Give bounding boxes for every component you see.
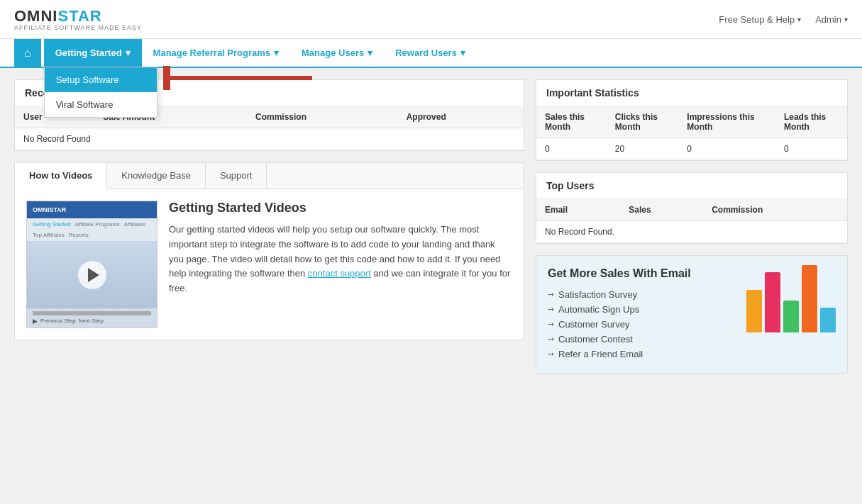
- promo-title: Get More Sales With Email: [548, 267, 739, 280]
- viral-software-item[interactable]: Viral Software: [45, 92, 157, 117]
- play-icon: [88, 268, 99, 282]
- arrow-svg: [163, 66, 319, 90]
- logo: OMNISTAR AFFILIATE SOFTWARE MADE EASY: [14, 7, 142, 31]
- col-commission: Commission: [247, 106, 398, 128]
- manage-referral-caret: ▾: [274, 47, 279, 58]
- logo-star: STAR: [57, 7, 101, 25]
- tab-knowledge-base[interactable]: Knowledge Base: [107, 163, 206, 189]
- important-statistics-panel: Important Statistics Sales this Month Cl…: [536, 79, 848, 161]
- video-thumb-logo: OMNISTAR: [33, 206, 66, 213]
- tabs-container: How to Videos Knowledge Base Support OMN…: [14, 162, 524, 340]
- stat-clicks: 20: [607, 138, 678, 160]
- important-statistics-table: Sales this Month Clicks this Month Impre…: [536, 106, 847, 160]
- bar-chart-container: [746, 267, 836, 338]
- bar-chart: [746, 267, 836, 338]
- logo-text: OMNISTAR: [14, 7, 142, 26]
- admin-caret: ▾: [844, 16, 848, 23]
- logo-subtitle: AFFILIATE SOFTWARE MADE EASY: [14, 24, 142, 31]
- video-progress-bar: [33, 311, 151, 315]
- top-users-header-row: Email Sales Commission: [536, 199, 847, 221]
- top-right-links: Free Setup & Help ▾ Admin ▾: [719, 14, 848, 25]
- list-item: Refer a Friend Email: [548, 347, 739, 362]
- main-nav: ⌂ Getting Started ▾ Setup Software Viral…: [0, 39, 862, 68]
- manage-users-caret: ▾: [368, 47, 372, 58]
- top-users-table: Email Sales Commission No Record Found.: [536, 199, 847, 243]
- list-item: Satisfaction Survey: [548, 287, 739, 302]
- video-title: Getting Started Videos: [169, 201, 512, 215]
- logo-omni: OMNI: [14, 7, 57, 25]
- arrow-annotation: [163, 66, 319, 90]
- video-thumbnail[interactable]: OMNISTAR Getting Started Affiliate Progr…: [26, 201, 158, 328]
- top-users-no-record-row: No Record Found.: [536, 221, 847, 243]
- no-record-cell: No Record Found: [15, 128, 524, 150]
- right-column: Important Statistics Sales this Month Cl…: [536, 79, 848, 374]
- getting-started-label: Getting Started: [55, 47, 122, 58]
- video-play-area[interactable]: [27, 241, 157, 308]
- getting-started-nav-item: Getting Started ▾ Setup Software Viral S…: [44, 39, 142, 67]
- top-users-no-record: No Record Found.: [536, 221, 847, 243]
- tab-support[interactable]: Support: [206, 163, 267, 189]
- no-record-text: No Record Found: [23, 134, 91, 144]
- col-approved: Approved: [398, 106, 524, 128]
- free-setup-caret: ▾: [797, 16, 801, 23]
- stats-data-row: 0 20 0 0: [536, 138, 847, 160]
- video-thumb-header: OMNISTAR: [27, 201, 157, 218]
- chart-bar-1: [765, 272, 780, 332]
- video-description: Getting Started Videos Our getting start…: [169, 201, 512, 328]
- nav-home-button[interactable]: ⌂: [14, 39, 41, 67]
- chart-bar-4: [820, 308, 836, 332]
- tabs-header: How to Videos Knowledge Base Support: [15, 163, 524, 189]
- manage-referral-programs-button[interactable]: Manage Referral Programs ▾: [142, 39, 290, 67]
- stat-leads: 0: [775, 138, 847, 160]
- left-column: Recent Sales User Sale Amount Commission…: [14, 79, 524, 374]
- list-item: Customer Survey: [548, 317, 739, 332]
- promo-text: Get More Sales With Email Satisfaction S…: [548, 267, 739, 362]
- col-commission: Commission: [703, 199, 847, 221]
- manage-users-button[interactable]: Manage Users ▾: [290, 39, 384, 67]
- video-desc-text: Our getting started videos will help you…: [169, 223, 512, 296]
- video-thumb-nav: Getting Started Affiliate Programs Affil…: [27, 218, 157, 241]
- contact-support-link[interactable]: contact support: [308, 268, 371, 279]
- table-row: No Record Found: [15, 128, 524, 150]
- reward-users-label: Reward Users: [395, 47, 457, 58]
- getting-started-button[interactable]: Getting Started ▾: [44, 39, 142, 67]
- admin-link[interactable]: Admin ▾: [815, 14, 848, 25]
- chart-bar-0: [746, 290, 762, 332]
- promo-list: Satisfaction Survey Automatic Sign Ups C…: [548, 287, 739, 362]
- stats-header-row: Sales this Month Clicks this Month Impre…: [536, 106, 847, 138]
- admin-label: Admin: [815, 14, 841, 25]
- video-thumb-inner: OMNISTAR Getting Started Affiliate Progr…: [27, 201, 157, 327]
- chart-bar-2: [783, 301, 799, 332]
- col-sales: Sales: [620, 199, 703, 221]
- getting-started-dropdown: Setup Software Viral Software: [44, 67, 158, 118]
- free-setup-label: Free Setup & Help: [719, 14, 795, 25]
- video-controls: ▶ Previous Step Next Step: [33, 318, 151, 325]
- col-email: Email: [536, 199, 620, 221]
- video-thumb-footer: ▶ Previous Step Next Step: [27, 308, 157, 327]
- col-clicks-month: Clicks this Month: [607, 106, 678, 138]
- stat-sales: 0: [536, 138, 607, 160]
- top-users-panel: Top Users Email Sales Commission No Reco…: [536, 172, 848, 244]
- col-sales-month: Sales this Month: [536, 106, 607, 138]
- reward-users-button[interactable]: Reward Users ▾: [384, 39, 477, 67]
- stat-impressions: 0: [678, 138, 775, 160]
- free-setup-link[interactable]: Free Setup & Help ▾: [719, 14, 801, 25]
- tab-how-to-videos[interactable]: How to Videos: [15, 163, 107, 189]
- top-users-header: Top Users: [536, 173, 847, 199]
- top-header: OMNISTAR AFFILIATE SOFTWARE MADE EASY Fr…: [0, 0, 862, 39]
- reward-users-caret: ▾: [460, 47, 465, 58]
- col-leads-month: Leads this Month: [775, 106, 847, 138]
- getting-started-caret: ▾: [126, 47, 131, 58]
- play-button[interactable]: [78, 261, 106, 289]
- col-impressions-month: Impressions this Month: [678, 106, 775, 138]
- chart-bar-3: [802, 265, 817, 332]
- tab-content-how-to-videos: OMNISTAR Getting Started Affiliate Progr…: [15, 189, 524, 340]
- promo-panel: Get More Sales With Email Satisfaction S…: [536, 255, 848, 374]
- important-statistics-header: Important Statistics: [536, 80, 847, 106]
- list-item: Customer Contest: [548, 332, 739, 347]
- manage-users-label: Manage Users: [302, 47, 364, 58]
- manage-referral-label: Manage Referral Programs: [153, 47, 270, 58]
- list-item: Automatic Sign Ups: [548, 302, 739, 317]
- setup-software-item[interactable]: Setup Software: [45, 67, 157, 92]
